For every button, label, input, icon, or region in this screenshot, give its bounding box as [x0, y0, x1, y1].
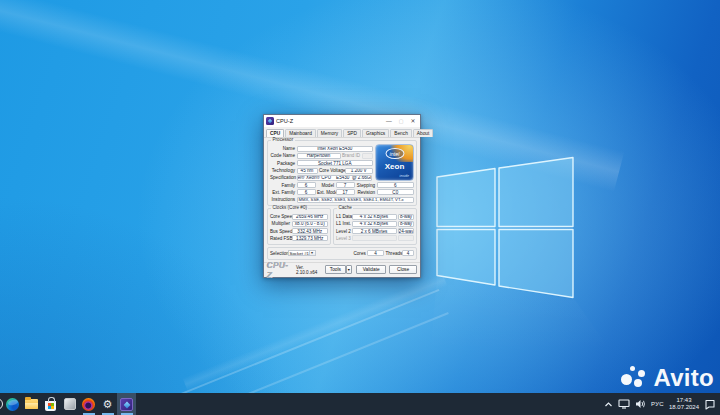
row-selection: Selection Socket #1 ▼ Cores 4 Threads 4: [270, 250, 414, 257]
multiplier-value: x8.0 (6.0 - 8.0): [292, 221, 329, 227]
desktop: CPU-Z — ▢ ✕ CPU Mainboard Memory SPD Gra…: [0, 0, 720, 415]
tab-about[interactable]: About: [413, 129, 434, 138]
threads-value: 4: [402, 250, 414, 256]
code-name-value: Harpertown: [297, 153, 341, 159]
tab-memory[interactable]: Memory: [317, 129, 342, 138]
taskbar-explorer-button[interactable]: [22, 393, 41, 415]
taskbar: ⚙ РУС 17:43 18.07.2024: [0, 393, 720, 415]
validate-button[interactable]: Validate: [356, 265, 386, 274]
socket-selected-value: Socket #1: [288, 250, 310, 257]
taskbar-firefox-button[interactable]: [79, 393, 98, 415]
rated-fsb-value: 1329.73 MHz: [292, 235, 329, 241]
cpuz-icon: [120, 398, 133, 411]
family-value: 6: [297, 182, 316, 188]
model-value: 7: [336, 182, 355, 188]
gear-icon: ⚙: [103, 399, 113, 410]
row-multiplier: Multiplier x8.0 (6.0 - 8.0): [270, 220, 328, 227]
technology-value: 45 nm: [297, 168, 318, 174]
brand-id-value: [362, 153, 374, 159]
taskbar-apps: ⚙: [0, 393, 136, 415]
row-core-speed: Core Speed 2659.46 MHz: [270, 213, 328, 220]
ext-family-value: 6: [297, 189, 316, 195]
level2-way: 24-way: [398, 228, 414, 234]
taskbar-cpuz-button[interactable]: [117, 393, 136, 415]
row-rated-fsb: Rated FSB 1329.73 MHz: [270, 235, 328, 242]
package-value: Socket 771 LGA: [297, 160, 374, 166]
core-voltage-value: 1.200 V: [345, 168, 374, 174]
tools-dropdown-arrow[interactable]: ▼: [346, 265, 353, 274]
window-footer: CPU-Z Ver. 2.10.0.x64 Tools ▼ Validate C…: [264, 262, 420, 277]
taskbar-edge-button[interactable]: [3, 393, 22, 415]
row-level2: Level 2 2 x 6 MBytes 24-way: [336, 227, 414, 234]
level3-way: [398, 235, 414, 241]
title-bar[interactable]: CPU-Z — ▢ ✕: [264, 115, 420, 127]
cpuz-app-icon: [266, 117, 274, 125]
xeon-logo-text: Xeon: [376, 162, 413, 171]
processor-group-label: Processor: [271, 138, 295, 143]
action-center-icon[interactable]: [704, 399, 716, 410]
pinned-app-icon: [64, 398, 76, 410]
tab-bench[interactable]: Bench: [390, 129, 412, 138]
l1-inst-size: 4 x 32 KBytes: [352, 221, 397, 227]
tray-chevron-up-icon[interactable]: [604, 401, 613, 408]
ext-model-value: 17: [336, 189, 355, 195]
row-level3: Level 3: [336, 235, 414, 242]
core-speed-value: 2659.46 MHz: [292, 214, 329, 220]
socket-selector[interactable]: Socket #1 ▼: [288, 250, 316, 257]
taskbar-settings-button[interactable]: ⚙: [98, 393, 117, 415]
clock[interactable]: 17:43 18.07.2024: [669, 397, 699, 411]
inside-logo-text: inside: [400, 174, 409, 178]
volume-speaker-icon[interactable]: [635, 399, 646, 409]
tab-spd[interactable]: SPD: [343, 129, 361, 138]
level2-size: 2 x 6 MBytes: [352, 228, 397, 234]
tray-date: 18.07.2024: [669, 404, 699, 411]
avito-watermark-text: Avito: [653, 366, 714, 390]
tray-time: 17:43: [669, 397, 699, 404]
system-tray: РУС 17:43 18.07.2024: [604, 393, 720, 415]
ethernet-network-icon[interactable]: [618, 399, 630, 409]
l1-inst-way: 8-way: [398, 221, 414, 227]
tab-mainboard[interactable]: Mainboard: [285, 129, 316, 138]
instructions-value: MMX, SSE, SSE2, SSE3, SSSE3, SSE4.1, EM6…: [297, 197, 415, 203]
cpuz-window: CPU-Z — ▢ ✕ CPU Mainboard Memory SPD Gra…: [263, 114, 421, 278]
file-explorer-icon: [25, 399, 38, 409]
tab-graphics[interactable]: Graphics: [362, 129, 389, 138]
row-l1-data: L1 Data 4 x 32 KBytes 8-way: [336, 213, 414, 220]
cores-value: 4: [367, 250, 384, 256]
cpu-name-value: Intel Xeon E5430: [297, 146, 374, 152]
avito-logo-icon: [621, 366, 648, 390]
firefox-icon: [82, 398, 95, 411]
l1-data-way: 8-way: [398, 214, 414, 220]
revision-value: C0: [377, 189, 415, 195]
row-instructions: Instructions MMX, SSE, SSE2, SSE3, SSSE3…: [270, 196, 414, 203]
window-title: CPU-Z: [276, 118, 383, 124]
l1-data-size: 4 x 32 KBytes: [352, 214, 397, 220]
row-l1-inst: L1 Inst. 4 x 32 KBytes 8-way: [336, 220, 414, 227]
intel-xeon-badge-icon: intel Xeon inside: [375, 144, 414, 181]
row-family: Family 6 Model 7 Stepping 6: [270, 181, 414, 188]
row-bus-speed: Bus Speed 332.43 MHz: [270, 227, 328, 234]
selection-group: Selection Socket #1 ▼ Cores 4 Threads 4: [267, 247, 417, 260]
cache-group-label: Cache: [337, 206, 353, 211]
tab-cpu[interactable]: CPU: [266, 129, 284, 138]
close-button[interactable]: ✕: [407, 115, 419, 127]
close-window-button[interactable]: Close: [389, 265, 417, 274]
clocks-group-label: Clocks (Core #0): [271, 206, 308, 211]
cache-group: Cache L1 Data 4 x 32 KBytes 8-way L1 Ins…: [333, 208, 417, 245]
bus-speed-value: 332.43 MHz: [292, 228, 329, 234]
processor-group: Processor intel Xeon inside Name Intel X…: [267, 140, 417, 206]
intel-logo: intel: [385, 148, 404, 159]
edge-icon: [6, 398, 19, 411]
maximize-button: ▢: [395, 115, 407, 127]
taskbar-store-button[interactable]: [41, 393, 60, 415]
tools-button[interactable]: Tools: [325, 265, 345, 274]
language-indicator[interactable]: РУС: [651, 401, 664, 407]
version-text: Ver. 2.10.0.x64: [296, 265, 325, 275]
taskbar-pinned-app-button[interactable]: [60, 393, 79, 415]
microsoft-store-icon: [45, 401, 56, 411]
minimize-button[interactable]: —: [383, 115, 395, 127]
clocks-group: Clocks (Core #0) Core Speed 2659.46 MHz …: [267, 208, 331, 245]
cpuz-logo-text: CPU-Z: [267, 260, 293, 280]
stepping-value: 6: [377, 182, 415, 188]
chevron-down-icon[interactable]: ▼: [310, 250, 316, 257]
